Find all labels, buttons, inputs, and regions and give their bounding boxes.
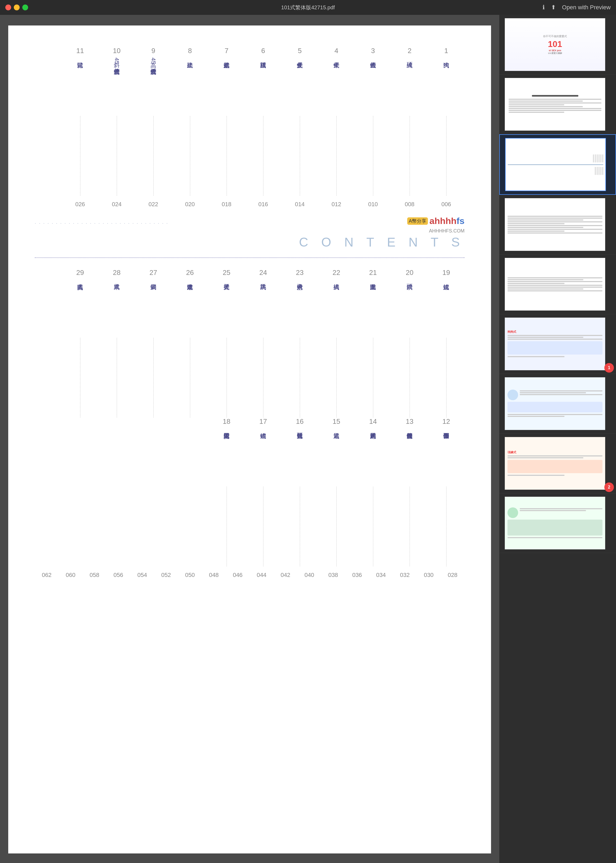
pagenum-col-7: 018 bbox=[208, 198, 245, 208]
pagenum-col-11: 026 bbox=[62, 198, 98, 208]
entry-title-5: 反女牛仔式 bbox=[295, 58, 304, 116]
entry-25: 25 大提琴式 bbox=[208, 269, 245, 417]
entry-title-10: 斜45度傳教士式 bbox=[113, 58, 121, 116]
bottom-page-numbers: 062 060 058 056 054 052 050 048 046 044 … bbox=[35, 569, 465, 578]
entry-10: 10 斜45度傳教士式 bbox=[98, 47, 135, 196]
entry-9: 9 高45度傳教士式 bbox=[135, 47, 172, 196]
pagenum-col-6: 016 bbox=[245, 198, 281, 208]
thumb-contents[interactable] bbox=[499, 134, 616, 195]
entry-8: 8 跪坐式 bbox=[172, 47, 208, 196]
thumb-cover[interactable]: 你不可不做的愛愛式 101 st SEX pos 101愛愛大圖解 bbox=[499, 15, 616, 75]
maximize-button[interactable] bbox=[22, 5, 28, 10]
pagenum-col-1: 006 bbox=[428, 198, 465, 208]
pagenum-col-3: 010 bbox=[355, 198, 391, 208]
contents-label: C O N T E N T S bbox=[35, 235, 465, 250]
open-with-preview-button[interactable]: Open with Preview bbox=[562, 4, 611, 11]
entry-26: 26 老漢推車式 bbox=[172, 269, 208, 417]
entry-num-9: 9 bbox=[151, 47, 155, 55]
close-button[interactable] bbox=[5, 5, 11, 10]
dash-11 bbox=[80, 116, 80, 196]
entry-num-2: 2 bbox=[408, 47, 412, 55]
thumb-page6[interactable]: 狗狗式 1 bbox=[499, 314, 616, 374]
entry-19: 19 螺旋式 bbox=[428, 269, 465, 417]
sidebar-thumbnails[interactable]: 你不可不做的愛愛式 101 st SEX pos 101愛愛大圖解 bbox=[499, 15, 616, 863]
thumb-page8-img: 項練式 bbox=[504, 437, 605, 490]
entry-3: 3 傳教士式 bbox=[355, 47, 391, 196]
entry-num-5: 5 bbox=[298, 47, 302, 55]
entry-title-1: 狗狗式 bbox=[442, 58, 451, 116]
entry-num-8: 8 bbox=[188, 47, 192, 55]
entry-num-6: 6 bbox=[261, 47, 265, 55]
entry-27: 27 側躺式 bbox=[135, 269, 172, 417]
dash-9 bbox=[153, 116, 154, 196]
brand-name: ahhhhfs bbox=[429, 216, 465, 226]
entry-17: 17 蝴蝶式 bbox=[245, 417, 281, 566]
info-icon[interactable]: ℹ bbox=[542, 4, 545, 11]
pagenum-col-4: 012 bbox=[318, 198, 355, 208]
entry-title-2: 項練式 bbox=[405, 58, 414, 116]
pdf-page: 11 貼背式 10 斜45度傳教士式 9 高45度傳教士式 bbox=[8, 25, 491, 854]
dash-2 bbox=[410, 116, 410, 196]
thumb-page6-img: 狗狗式 bbox=[504, 318, 605, 371]
entry-11: 11 貼背式 bbox=[62, 47, 98, 196]
watermark-site: AHHHHFS.COM bbox=[35, 228, 465, 234]
thumb-page7[interactable] bbox=[499, 374, 616, 434]
entry-title-11: 貼背式 bbox=[76, 58, 85, 116]
watermark-brand: A幣分享 ahhhhfs bbox=[407, 216, 465, 226]
pdf-viewer[interactable]: 11 貼背式 10 斜45度傳教士式 9 高45度傳教士式 bbox=[0, 15, 499, 863]
entry-title-8: 跪坐式 bbox=[186, 58, 195, 116]
entry-7: 7 站立抱起式 bbox=[208, 47, 245, 196]
pagenum-col-10: 024 bbox=[98, 198, 135, 208]
entry-num-10: 10 bbox=[113, 47, 121, 55]
dash-6 bbox=[263, 116, 264, 196]
thumb-page-badge-2: 2 bbox=[604, 483, 614, 492]
top-page-numbers: 026 024 022 020 018 016 014 012 010 008 … bbox=[35, 198, 465, 208]
thumb-page9[interactable] bbox=[499, 493, 616, 553]
thumb-page8[interactable]: 項練式 2 bbox=[499, 434, 616, 493]
thumb-page4-img bbox=[504, 198, 605, 251]
entry-num-4: 4 bbox=[335, 47, 338, 55]
thumb-page7-img bbox=[504, 377, 605, 430]
entry-21: 21 女上貼附式 bbox=[355, 269, 391, 417]
thumb-page-badge-1: 1 bbox=[604, 363, 614, 373]
main-layout: 11 貼背式 10 斜45度傳教士式 9 高45度傳教士式 bbox=[0, 15, 616, 863]
dash-5 bbox=[300, 116, 300, 196]
thumb-contents-img bbox=[505, 138, 606, 191]
entry-13: 13 合腿式傳教士體位 bbox=[391, 417, 428, 566]
thumb-page4[interactable] bbox=[499, 195, 616, 255]
pagenum-col-9: 022 bbox=[135, 198, 172, 208]
entry-num-1: 1 bbox=[444, 47, 448, 55]
dash-4 bbox=[336, 116, 337, 196]
minimize-button[interactable] bbox=[14, 5, 20, 10]
entry-title-4: 女牛仔式 bbox=[332, 58, 341, 116]
entry-title-3: 傳教士式 bbox=[369, 58, 377, 116]
pagenum-col-5: 014 bbox=[281, 198, 318, 208]
thumb-page5[interactable] bbox=[499, 255, 616, 314]
brand-blue: fs bbox=[457, 216, 465, 226]
dash-1 bbox=[446, 116, 446, 196]
thumb-page5-img bbox=[504, 258, 605, 311]
thumb-page2-img bbox=[504, 78, 605, 131]
entry-title-9: 高45度傳教士式 bbox=[149, 58, 158, 116]
dash-3 bbox=[373, 116, 373, 196]
top-entries-grid: 11 貼背式 10 斜45度傳教士式 9 高45度傳教士式 bbox=[35, 47, 465, 196]
entry-4: 4 女牛仔式 bbox=[318, 47, 355, 196]
section-divider bbox=[35, 258, 465, 258]
share-icon[interactable]: ⬆ bbox=[551, 4, 556, 11]
entry-20: 20 鑽頭式 bbox=[391, 269, 428, 417]
window-controls bbox=[5, 5, 28, 10]
entry-title-6: 踩踏板式 bbox=[259, 58, 268, 116]
entry-23: 23 空中飛人式 bbox=[281, 269, 318, 417]
entry-2: 2 項練式 bbox=[391, 47, 428, 196]
entry-22: 22 拱橋式 bbox=[318, 269, 355, 417]
entry-16: 16 低頭翹臀式 bbox=[281, 417, 318, 566]
pagenum-col-2: 008 bbox=[391, 198, 428, 208]
entry-num-7: 7 bbox=[225, 47, 228, 55]
titlebar: 101式繁体版42715.pdf ℹ ⬆ Open with Preview bbox=[0, 0, 616, 15]
entry-1: 1 狗狗式 bbox=[428, 47, 465, 196]
entry-15: 15 湯匙式 bbox=[318, 417, 355, 566]
thumb-page2[interactable] bbox=[499, 75, 616, 134]
entry-num-3: 3 bbox=[371, 47, 375, 55]
entry-6: 6 踩踏板式 bbox=[245, 47, 281, 196]
brand-red: ahhhh bbox=[429, 216, 457, 226]
